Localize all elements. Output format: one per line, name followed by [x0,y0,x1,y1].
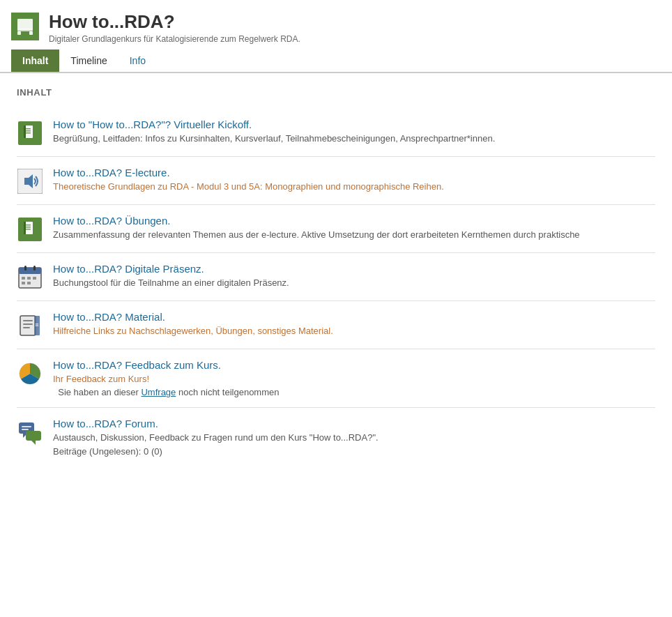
svg-rect-2 [29,31,33,35]
item-description: Buchungstool für die Teilnahme an einer … [53,277,655,289]
svg-rect-30 [23,327,30,328]
calendar-icon [17,264,43,291]
svg-rect-1 [17,31,21,35]
svg-rect-15 [25,224,31,226]
item-content: How to "How to...RDA?"? Virtueller Kicko… [53,119,655,145]
section-heading: INHALT [17,87,655,98]
tab-info[interactable]: Info [119,49,157,72]
header-text: How to...RDA? Digitaler Grundlagenkurs f… [49,11,300,44]
item-content: How to...RDA? E-lecture. Theoretische Gr… [53,167,655,193]
pie-chart-icon [17,360,43,387]
book-green2-icon [17,216,43,243]
svg-rect-21 [33,266,36,271]
item-link[interactable]: How to...RDA? E-lecture. [53,167,170,178]
main-content: INHALT How to "How to...RDA?"? Virtuelle… [0,73,672,480]
list-item: How to...RDA? Digitale Präsenz. Buchungs… [17,253,655,301]
svg-rect-36 [26,431,41,441]
svg-rect-24 [33,277,36,280]
item-link[interactable]: How to...RDA? Forum. [53,418,158,429]
svg-rect-25 [22,282,25,284]
svg-rect-6 [24,125,26,138]
tab-timeline[interactable]: Timeline [59,49,118,72]
svg-rect-8 [25,130,31,132]
logo-icon [15,16,36,37]
list-item: ≡ How to...RDA? Material. Hilfreiche Lin… [17,301,655,349]
item-link[interactable]: How to "How to...RDA?"? Virtueller Kicko… [53,119,252,130]
forum-icon [17,419,43,445]
item-content: How to...RDA? Material. Hilfreiche Links… [53,311,655,337]
page-header: How to...RDA? Digitaler Grundlagenkurs f… [0,0,672,49]
item-description: Zusammenfassung der relevanten Themen au… [53,229,655,241]
svg-rect-3 [17,29,33,31]
item-description: Begrüßung, Leitfaden: Infos zu Kursinhal… [53,132,655,145]
item-link[interactable]: How to...RDA? Material. [53,311,165,323]
svg-rect-0 [17,19,33,30]
material-icon: ≡ [17,312,43,339]
item-link[interactable]: How to...RDA? Feedback zum Kurs. [53,359,221,371]
item-description: Ihr Feedback zum Kurs! [53,373,655,386]
svg-rect-29 [23,323,33,325]
item-beitraege: Beiträge (Ungelesen): 0 (0) [53,446,655,457]
svg-rect-20 [24,266,26,271]
svg-rect-9 [25,132,31,134]
list-item: How to...RDA? Übungen. Zusammenfassung d… [17,205,655,253]
svg-rect-16 [25,227,31,228]
list-item: How to...RDA? Forum. Austausch, Diskussi… [17,408,655,466]
item-content: How to...RDA? Forum. Austausch, Diskussi… [53,418,655,456]
tab-inhalt[interactable]: Inhalt [11,49,59,72]
page-subtitle: Digitaler Grundlagenkurs für Katalogisie… [49,34,300,44]
svg-rect-22 [22,277,25,280]
list-item: How to...RDA? E-lecture. Theoretische Gr… [17,157,655,205]
svg-rect-19 [19,268,41,274]
svg-rect-23 [27,277,31,280]
item-content: How to...RDA? Übungen. Zusammenfassung d… [53,215,655,241]
svg-rect-39 [22,429,29,430]
item-content: How to...RDA? Feedback zum Kurs. Ihr Fee… [53,359,655,397]
book-green-icon [17,120,43,146]
item-description: Austausch, Diskussion, Feedback zu Frage… [53,432,655,444]
svg-text:≡: ≡ [35,321,38,328]
list-item: How to "How to...RDA?"? Virtueller Kicko… [17,109,655,157]
svg-rect-17 [25,229,31,230]
svg-rect-14 [24,222,26,234]
svg-rect-28 [23,320,33,321]
svg-rect-26 [27,282,31,284]
svg-rect-7 [25,128,31,130]
item-content: How to...RDA? Digitale Präsenz. Buchungs… [53,263,655,289]
svg-rect-38 [22,426,31,427]
app-logo [11,13,39,40]
umfrage-link[interactable]: Umfrage [141,387,176,397]
item-description: Hilfreiche Links zu Nachschlagewerken, Ü… [53,325,655,337]
list-item: How to...RDA? Feedback zum Kurs. Ihr Fee… [17,349,655,408]
item-link[interactable]: How to...RDA? Übungen. [53,215,170,227]
item-sub-text: Sie haben an dieser Umfrage noch nicht t… [53,387,655,397]
speaker-icon [17,168,43,195]
page-title: How to...RDA? [49,11,300,33]
item-link[interactable]: How to...RDA? Digitale Präsenz. [53,263,204,275]
tab-bar: Inhalt Timeline Info [0,49,672,73]
svg-marker-37 [31,441,36,445]
svg-rect-27 [20,316,36,335]
item-description: Theoretische Grundlagen zu RDA - Modul 3… [53,181,655,193]
